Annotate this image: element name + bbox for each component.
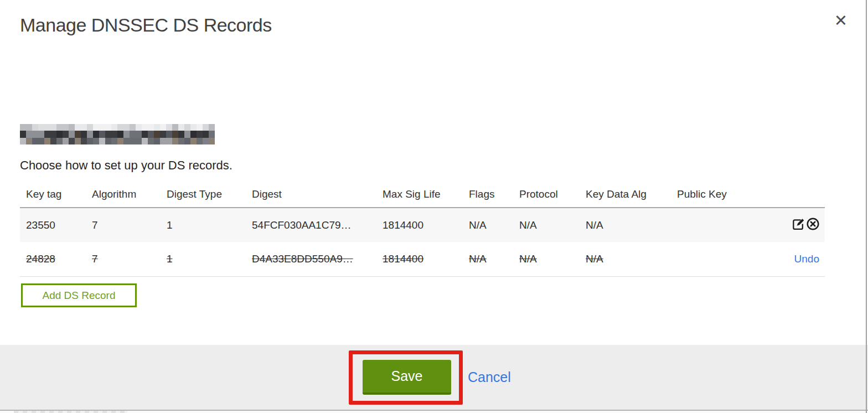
digest-type-value: 1 [167, 219, 173, 231]
save-button[interactable]: Save [363, 360, 451, 395]
ds-records-table: Key tag Algorithm Digest Type Digest Max… [20, 183, 825, 277]
key-tag-value: 23550 [26, 219, 55, 231]
close-icon[interactable]: ✕ [831, 11, 850, 30]
max-sig-life-value: 1814400 [383, 253, 423, 265]
max-sig-life-value: 1814400 [383, 219, 423, 231]
background-pixelation-artifact [14, 411, 127, 413]
edit-record-icon[interactable] [792, 217, 805, 231]
modal-footer: Save Cancel [0, 345, 868, 410]
key-data-alg-value: N/A [586, 219, 603, 231]
instruction-text: Choose how to set up your DS records. [20, 158, 232, 173]
add-ds-record-button[interactable]: Add DS Record [21, 283, 137, 307]
col-public-key: Public Key [671, 183, 786, 208]
key-data-alg-value: N/A [586, 253, 603, 265]
col-key-tag: Key tag [20, 183, 86, 208]
table-header-row: Key tag Algorithm Digest Type Digest Max… [20, 183, 825, 208]
table-row: 23550 7 1 54FCF030AA1C79… 1814400 N/A N/… [20, 208, 825, 242]
redacted-domain-name [20, 124, 215, 144]
col-actions [786, 183, 825, 208]
flags-value: N/A [469, 253, 487, 265]
col-algorithm: Algorithm [86, 183, 161, 208]
background-strip [0, 411, 868, 413]
col-key-data-alg: Key Data Alg [580, 183, 671, 208]
flags-value: N/A [469, 219, 487, 231]
delete-record-icon[interactable] [806, 217, 820, 231]
protocol-value: N/A [519, 253, 537, 265]
col-protocol: Protocol [513, 183, 580, 208]
modal-right-edge [866, 0, 867, 413]
cancel-link[interactable]: Cancel [468, 369, 511, 385]
col-flags: Flags [463, 183, 513, 208]
algorithm-value: 7 [92, 219, 98, 231]
col-digest: Digest [246, 183, 376, 208]
table-row-deleted: 24828 7 1 D4A33E8DD550A9… 1814400 N/A N/… [20, 242, 825, 276]
digest-value: 54FCF030AA1C79… [252, 219, 352, 231]
undo-link[interactable]: Undo [794, 253, 819, 265]
protocol-value: N/A [519, 219, 537, 231]
digest-type-value: 1 [167, 253, 173, 265]
key-tag-value: 24828 [26, 253, 55, 265]
dnssec-modal: Manage DNSSEC DS Records ✕ Choose how to… [0, 0, 868, 413]
col-max-sig-life: Max Sig Life [376, 183, 463, 208]
algorithm-value: 7 [92, 253, 98, 265]
col-digest-type: Digest Type [161, 183, 246, 208]
page-title: Manage DNSSEC DS Records [20, 14, 272, 36]
digest-value: D4A33E8DD550A9… [252, 253, 353, 265]
